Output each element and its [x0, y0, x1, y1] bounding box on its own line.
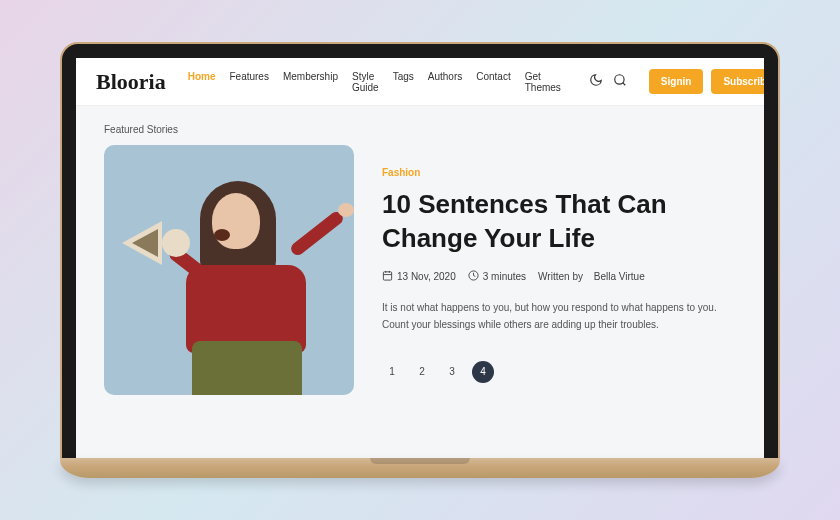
- nav-authors[interactable]: Authors: [428, 71, 462, 93]
- story-author[interactable]: Bella Virtue: [594, 271, 645, 282]
- content: Featured Stories: [76, 106, 764, 458]
- nav-features[interactable]: Features: [229, 71, 268, 93]
- laptop-frame: Blooria Home Features Membership Style G…: [60, 42, 780, 458]
- subscribe-button[interactable]: Subscribe: [711, 69, 764, 94]
- story-date: 13 Nov, 2020: [397, 271, 456, 282]
- nav-home[interactable]: Home: [188, 71, 216, 93]
- meta-author: Written by Bella Virtue: [538, 271, 645, 282]
- section-label: Featured Stories: [104, 124, 736, 135]
- page-3[interactable]: 3: [442, 362, 462, 382]
- page-4[interactable]: 4: [472, 361, 494, 383]
- nav-get-themes[interactable]: Get Themes: [525, 71, 561, 93]
- page-1[interactable]: 1: [382, 362, 402, 382]
- site-logo[interactable]: Blooria: [96, 69, 166, 95]
- svg-line-1: [623, 82, 626, 85]
- svg-rect-2: [383, 271, 391, 279]
- meta-date: 13 Nov, 2020: [382, 270, 456, 283]
- story-meta: 13 Nov, 2020 3 minutes Written by: [382, 270, 736, 283]
- nav-buttons: Signin Subscribe: [649, 69, 764, 94]
- search-icon[interactable]: [613, 73, 627, 91]
- nav-icons: [589, 73, 627, 91]
- laptop-screen: Blooria Home Features Membership Style G…: [76, 58, 764, 458]
- calendar-icon: [382, 270, 393, 283]
- story-category[interactable]: Fashion: [382, 167, 736, 178]
- dark-mode-icon[interactable]: [589, 73, 603, 91]
- nav-links: Home Features Membership Style Guide Tag…: [188, 71, 561, 93]
- story-body: Fashion 10 Sentences That Can Change You…: [382, 145, 736, 395]
- nav-tags[interactable]: Tags: [393, 71, 414, 93]
- author-prefix: Written by: [538, 271, 583, 282]
- navbar: Blooria Home Features Membership Style G…: [76, 58, 764, 106]
- nav-contact[interactable]: Contact: [476, 71, 510, 93]
- story-title[interactable]: 10 Sentences That Can Change Your Life: [382, 188, 736, 256]
- story-image[interactable]: [104, 145, 354, 395]
- nav-style-guide[interactable]: Style Guide: [352, 71, 379, 93]
- nav-membership[interactable]: Membership: [283, 71, 338, 93]
- story-readtime: 3 minutes: [483, 271, 526, 282]
- laptop-mockup: Blooria Home Features Membership Style G…: [60, 42, 780, 478]
- clock-icon: [468, 270, 479, 283]
- svg-point-0: [615, 74, 624, 83]
- page-2[interactable]: 2: [412, 362, 432, 382]
- pagination: 1 2 3 4: [382, 361, 736, 383]
- laptop-base: [60, 458, 780, 478]
- featured-story: Fashion 10 Sentences That Can Change You…: [104, 145, 736, 395]
- meta-readtime: 3 minutes: [468, 270, 526, 283]
- page: Blooria Home Features Membership Style G…: [76, 58, 764, 458]
- story-excerpt: It is not what happens to you, but how y…: [382, 299, 722, 333]
- signin-button[interactable]: Signin: [649, 69, 704, 94]
